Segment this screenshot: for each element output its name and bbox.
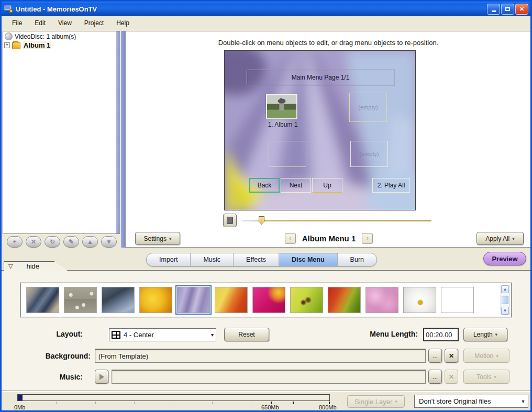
thumbnail-scrollbar[interactable]: ▲ ▼ — [501, 285, 509, 315]
background-browse-button[interactable]: ... — [428, 349, 442, 363]
expand-icon[interactable]: + — [4, 42, 10, 48]
template-thumbnail[interactable] — [441, 287, 474, 313]
rotate-icon: ↻ — [50, 238, 55, 246]
scroll-down-icon[interactable]: ▼ — [501, 307, 509, 315]
close-button[interactable]: ✕ — [515, 4, 528, 15]
minimize-icon — [492, 10, 496, 12]
hide-triangle-icon: ▽ — [8, 263, 13, 270]
next-menu-button[interactable]: › — [362, 233, 373, 244]
background-clear-button[interactable]: ✕ — [445, 349, 458, 363]
dropdown-arrow-icon: ▾ — [495, 332, 498, 337]
minimize-button[interactable] — [487, 4, 500, 15]
rotate-button[interactable]: ↻ — [45, 236, 60, 248]
template-thumbnail[interactable] — [365, 287, 398, 313]
disc-menu-panel: ▲ ▼ Layout: 4 - Center ▾ Reset Menu Leng… — [2, 270, 530, 391]
template-thumbnail[interactable] — [290, 287, 323, 313]
menu-preview-stage[interactable]: Main Menu Page 1/1 1. Album 1 (empty) (e… — [224, 50, 416, 210]
menu-edit[interactable]: Edit — [28, 17, 52, 29]
capacity-0-label: 0Mb — [14, 404, 25, 410]
move-up-button[interactable]: ▲ — [82, 236, 98, 248]
template-thumbnail[interactable] — [403, 287, 436, 313]
dropdown-arrow-icon: ▾ — [518, 395, 528, 407]
menu-back-object[interactable]: Back — [249, 178, 280, 193]
reset-button[interactable]: Reset — [224, 328, 269, 341]
template-thumbnail[interactable] — [26, 287, 59, 313]
add-album-button[interactable]: + — [7, 236, 23, 248]
store-original-files-select[interactable]: Don't store Original files ▾ — [414, 395, 528, 408]
menu-up-object[interactable]: Up — [312, 178, 342, 193]
hide-label: hide — [26, 262, 39, 270]
preview-button[interactable]: Preview — [483, 252, 526, 265]
browse-icon: ... — [433, 352, 438, 360]
dropdown-arrow-icon: ▾ — [496, 353, 498, 359]
add-icon: + — [13, 238, 16, 246]
maximize-button[interactable] — [501, 4, 514, 15]
menu-view[interactable]: View — [52, 17, 78, 29]
template-thumbnail[interactable] — [328, 287, 361, 313]
scrollbar-thumb[interactable] — [502, 296, 508, 304]
template-thumbnail[interactable] — [139, 287, 172, 313]
move-down-button[interactable]: ▼ — [101, 236, 117, 248]
menu-file[interactable]: File — [6, 17, 28, 29]
stop-preview-button[interactable] — [223, 214, 237, 227]
layout-select[interactable]: 4 - Center ▾ — [109, 328, 216, 341]
tab-import[interactable]: Import — [147, 253, 191, 266]
motion-button[interactable]: Motion▾ — [463, 349, 509, 363]
album-thumbnail-object[interactable] — [266, 94, 297, 119]
menu-length-input[interactable] — [423, 328, 459, 341]
tools-button[interactable]: Tools▾ — [463, 370, 509, 384]
tree-scrollbar[interactable] — [116, 31, 119, 234]
scroll-up-icon[interactable]: ▲ — [501, 285, 509, 293]
layer-select-button[interactable]: Single Layer▾ — [347, 395, 405, 408]
browse-icon: ... — [433, 373, 438, 381]
empty-menu-slot[interactable]: (empty) — [349, 93, 387, 122]
delete-album-button[interactable]: ✕ — [26, 236, 41, 248]
music-clear-button[interactable]: ✕ — [445, 370, 458, 384]
album-folder-icon — [12, 42, 20, 49]
maximize-icon — [505, 7, 510, 11]
capacity-650-label: 650Mb — [261, 404, 279, 410]
menu-playall-object[interactable]: 2. Play All — [372, 178, 410, 193]
template-thumbnail[interactable] — [252, 287, 285, 313]
up-arrow-icon: ▲ — [87, 238, 93, 246]
window-title: Untitled - MemoriesOnTV — [16, 5, 487, 13]
tab-effects[interactable]: Effects — [234, 253, 279, 266]
apply-all-button[interactable]: Apply All▾ — [476, 232, 524, 245]
tab-disc-menu[interactable]: Disc Menu — [279, 253, 338, 266]
tab-strip: Import Music Effects Disc Menu Burn Prev… — [2, 248, 530, 270]
template-thumbnail[interactable] — [102, 287, 135, 313]
menu-next-object[interactable]: Next — [281, 178, 311, 193]
panel-splitter[interactable] — [121, 31, 125, 248]
tree-item-album[interactable]: + Album 1 — [3, 40, 119, 49]
length-button[interactable]: Length▾ — [463, 328, 507, 341]
tree-item-videodisc[interactable]: VideoDisc: 1 album(s) — [3, 31, 119, 40]
slider-knob[interactable] — [259, 216, 264, 225]
slider-track[interactable] — [242, 220, 431, 221]
layout-grid-icon — [112, 331, 120, 339]
template-thumbnail[interactable] — [215, 287, 248, 313]
album-tree: VideoDisc: 1 album(s) + Album 1 — [3, 31, 120, 234]
title-bar[interactable]: Untitled - MemoriesOnTV ✕ — [2, 2, 530, 16]
menu-title-object[interactable]: Main Menu Page 1/1 — [247, 70, 394, 85]
background-field[interactable]: (From Template) — [95, 349, 426, 363]
empty-menu-slot[interactable]: (empty) — [350, 141, 388, 167]
music-field[interactable] — [112, 370, 426, 384]
previous-menu-button[interactable]: ‹ — [285, 233, 296, 244]
edit-button[interactable]: ✎ — [63, 236, 79, 248]
stop-icon — [227, 217, 233, 224]
clear-icon: ✕ — [449, 373, 454, 381]
preview-position-slider[interactable] — [242, 216, 431, 225]
down-arrow-icon: ▼ — [106, 238, 112, 246]
menu-project[interactable]: Project — [78, 17, 110, 29]
album-toolbar: + ✕ ↻ ✎ ▲ ▼ — [3, 236, 123, 249]
tab-music[interactable]: Music — [191, 253, 234, 266]
template-thumbnail-selected[interactable] — [177, 287, 210, 313]
empty-menu-slot[interactable] — [269, 141, 306, 167]
menu-help[interactable]: Help — [110, 17, 136, 29]
music-play-button[interactable] — [95, 370, 108, 384]
music-browse-button[interactable]: ... — [428, 370, 442, 384]
template-thumbnail[interactable] — [64, 287, 97, 313]
disc-icon — [5, 32, 13, 40]
tab-burn[interactable]: Burn — [338, 253, 376, 266]
dropdown-arrow-icon: ▾ — [494, 374, 496, 380]
